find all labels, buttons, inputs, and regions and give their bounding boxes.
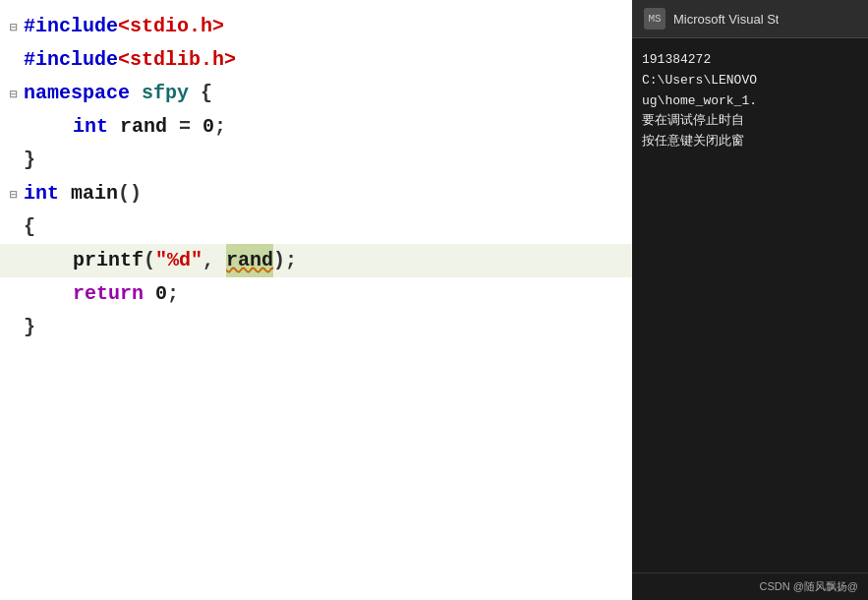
terminal-title: Microsoft Visual St: [673, 12, 779, 27]
code-line: ⊟int main(): [0, 177, 632, 210]
token: #include: [24, 43, 118, 77]
terminal-panel: MS Microsoft Visual St 191384272C:\Users…: [632, 0, 868, 600]
terminal-line: 要在调试停止时自: [642, 111, 858, 132]
code-editor: ⊟#include<stdio.h>#include<stdlib.h>⊟nam…: [0, 0, 632, 600]
token: =: [167, 110, 203, 144]
token: ;: [167, 277, 179, 311]
fold-gutter: ⊟: [8, 18, 20, 39]
token: {: [24, 210, 35, 244]
token: return: [73, 277, 155, 311]
token: int: [24, 177, 71, 210]
code-line: int rand = 0;: [0, 110, 632, 144]
terminal-footer: CSDN @随风飘扬@: [632, 572, 868, 600]
fold-icon[interactable]: ⊟: [10, 85, 18, 106]
token: }: [24, 144, 35, 177]
terminal-body: 191384272C:\Users\LENOVOug\home_work_1.要…: [632, 38, 868, 572]
terminal-line: 按任意键关闭此窗: [642, 132, 858, 152]
token: rand: [226, 244, 273, 277]
terminal-line: C:\Users\LENOVO: [642, 71, 858, 91]
token: );: [273, 244, 297, 277]
fold-icon[interactable]: ⊟: [10, 18, 18, 39]
token: <stdlib.h>: [118, 43, 236, 77]
fold-icon[interactable]: ⊟: [10, 185, 18, 207]
token: (): [118, 177, 142, 210]
code-line: #include<stdlib.h>: [0, 43, 632, 77]
token: }: [24, 311, 35, 344]
code-line: }: [0, 144, 632, 177]
code-line: return 0;: [0, 277, 632, 311]
token: {: [189, 77, 212, 110]
code-line: ⊟namespace sfpy {: [0, 77, 632, 110]
token: <stdio.h>: [118, 10, 224, 43]
token: rand: [120, 110, 167, 144]
terminal-titlebar: MS Microsoft Visual St: [632, 0, 868, 38]
token: main: [71, 177, 118, 210]
code-line: {: [0, 210, 632, 244]
terminal-line: ug\home_work_1.: [642, 91, 858, 112]
code-line: ⊟#include<stdio.h>: [0, 10, 632, 43]
token: #include: [24, 10, 118, 43]
token: namespace: [24, 77, 142, 110]
token: (: [144, 244, 155, 277]
code-line: printf("%d", rand);: [0, 244, 632, 277]
token: ": [155, 244, 167, 277]
token: ": [191, 244, 203, 277]
code-line: }: [0, 311, 632, 344]
token: %d: [167, 244, 191, 277]
token: 0: [155, 277, 167, 311]
token: printf: [73, 244, 144, 277]
token: 0: [203, 110, 214, 144]
token: ,: [203, 244, 226, 277]
terminal-app-icon: MS: [644, 8, 665, 30]
terminal-line: 191384272: [642, 50, 858, 71]
fold-gutter: ⊟: [8, 85, 20, 106]
token: sfpy: [142, 77, 189, 110]
fold-gutter: ⊟: [8, 185, 20, 207]
token: ;: [214, 110, 226, 144]
token: int: [73, 110, 120, 144]
